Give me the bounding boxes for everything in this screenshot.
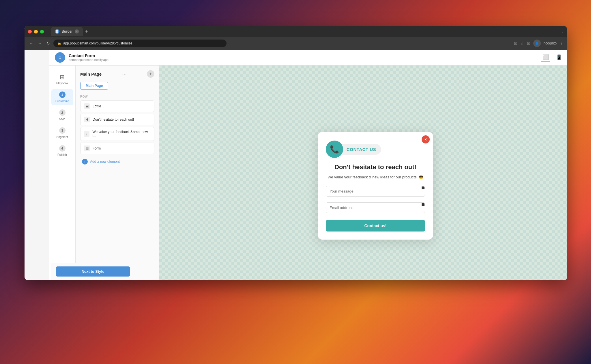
canvas-area: × 📞 CONTACT US Don't hesitate to reach o… — [159, 66, 567, 280]
add-element-label: Add a new element — [90, 160, 120, 164]
sidebar-item-segment[interactable]: 3 Segment — [51, 125, 73, 141]
form-icon: ▤ — [84, 145, 90, 151]
message-input-wrapper — [326, 186, 425, 199]
maximize-window-button[interactable] — [40, 30, 44, 33]
app-header: ○ Contact Form demopopupsmart.netlify.ap… — [49, 50, 567, 66]
message-input[interactable] — [326, 186, 425, 197]
address-bar-icons: ⊡ ☆ ⊡ 👤 Incognito ⋮ — [514, 40, 564, 47]
sidebar-label-customize: Customize — [55, 100, 69, 103]
element-label-heading: Don't hesitate to reach out! — [93, 117, 134, 122]
incognito-label: Incognito — [543, 41, 557, 45]
customize-panel: Main Page ⋯ + Main Page ROW ▣ Lottie H D… — [76, 66, 159, 280]
sidebar-label-publish: Publish — [57, 153, 67, 157]
badge-label: CONTACT US — [340, 144, 381, 155]
sidebar-item-publish[interactable]: 4 Publish — [51, 143, 73, 159]
menu-icon[interactable]: ⋮ — [560, 41, 564, 46]
badge-phone-icon: 📞 — [326, 141, 343, 158]
incognito-avatar: 👤 — [533, 40, 541, 47]
app-title-group: Contact Form demopopupsmart.netlify.app — [69, 53, 538, 61]
element-row-text[interactable]: T We value your feedback &amp; new i... — [80, 127, 154, 141]
app-subtitle: demopopupsmart.netlify.app — [69, 58, 538, 61]
text-icon: T — [84, 131, 89, 137]
add-element-button[interactable]: + Add a new element — [80, 157, 154, 166]
popup-subtext: We value your feedback & new ideas for o… — [326, 174, 425, 180]
header-right: ⬜ 📱 ⋮ — [541, 53, 567, 62]
bookmark-icon[interactable]: ☆ — [520, 41, 524, 46]
heading-icon: H — [84, 117, 90, 122]
tab-area: B Builder × + — [51, 27, 88, 36]
app-logo: ○ — [55, 52, 65, 63]
refresh-button[interactable]: ↻ — [45, 40, 51, 47]
app-title: Contact Form — [69, 53, 538, 58]
forward-button[interactable]: → — [37, 40, 43, 47]
input-corner-decoration — [422, 186, 424, 189]
profile-icon[interactable]: ⊡ — [527, 41, 530, 46]
cast-icon[interactable]: ⊡ — [514, 41, 517, 46]
sidebar-label-playbook: Playbook — [56, 82, 68, 85]
panel-add-button[interactable]: + — [147, 70, 154, 78]
panel-more-button[interactable]: ⋯ — [122, 71, 127, 77]
row-label: ROW — [80, 95, 154, 98]
left-sidebar: ⊞ Playbook 1 Customize 2 Style 3 Segment… — [49, 66, 76, 280]
address-bar: ← → ↻ 🔒 app.popupsmart.com/builder/6285/… — [25, 37, 567, 50]
browser-window: B Builder × + ⌄ ← → ↻ 🔒 app.popupsmart.c… — [25, 26, 567, 280]
lock-icon: 🔒 — [57, 42, 61, 45]
email-input-wrapper — [326, 202, 425, 216]
customize-step-number: 1 — [59, 92, 66, 98]
mobile-view-button[interactable]: 📱 — [555, 53, 563, 62]
element-label-text: We value your feedback &amp; new i... — [92, 130, 151, 138]
next-to-style-button[interactable]: Next to Style — [56, 266, 130, 277]
panel-title: Main Page — [80, 72, 102, 76]
email-input[interactable] — [326, 202, 425, 213]
sidebar-label-style: Style — [59, 117, 65, 121]
sidebar-item-style[interactable]: 2 Style — [51, 107, 73, 123]
close-window-button[interactable] — [28, 30, 32, 33]
playbook-icon: ⊞ — [60, 74, 65, 81]
tab-label: Builder — [62, 29, 72, 33]
next-button-container: Next to Style — [51, 263, 135, 280]
main-page-button[interactable]: Main Page — [80, 82, 108, 90]
contact-submit-button[interactable]: Contact us! — [326, 220, 425, 232]
contact-badge: 📞 CONTACT US — [326, 141, 425, 158]
title-bar: B Builder × + ⌄ — [25, 26, 567, 37]
incognito-badge: 👤 Incognito — [533, 40, 557, 47]
element-row-heading[interactable]: H Don't hesitate to reach out! — [80, 114, 154, 125]
popup-heading: Don't hesitate to reach out! — [326, 163, 425, 171]
back-button[interactable]: ← — [28, 40, 34, 47]
minimize-window-button[interactable] — [34, 30, 38, 33]
lottie-icon: ▣ — [84, 103, 90, 109]
element-row-lottie[interactable]: ▣ Lottie — [80, 100, 154, 112]
main-layout: ⊞ Playbook 1 Customize 2 Style 3 Segment… — [49, 66, 567, 280]
tab-favicon: B — [55, 29, 59, 34]
desktop-view-button[interactable]: ⬜ — [541, 53, 550, 62]
style-step-number: 2 — [59, 109, 66, 116]
sidebar-item-customize[interactable]: 1 Customize — [51, 89, 73, 105]
popup-card: × 📞 CONTACT US Don't hesitate to reach o… — [318, 132, 433, 239]
url-text: app.popupsmart.com/builder/6285/customiz… — [63, 41, 132, 45]
input-corner-decoration-2 — [422, 203, 424, 206]
url-box[interactable]: 🔒 app.popupsmart.com/builder/6285/custom… — [53, 40, 227, 47]
element-row-form[interactable]: ▤ Form — [80, 143, 154, 154]
tab-close-button[interactable]: × — [75, 29, 79, 33]
tab-chevron-icon[interactable]: ⌄ — [561, 29, 564, 33]
sidebar-divider — [54, 162, 71, 162]
sidebar-label-segment: Segment — [56, 135, 68, 139]
element-label-lottie: Lottie — [93, 104, 101, 108]
sidebar-item-playbook[interactable]: ⊞ Playbook — [51, 71, 73, 87]
panel-header: Main Page ⋯ + — [80, 70, 154, 78]
active-tab[interactable]: B Builder × — [51, 27, 83, 36]
segment-step-number: 3 — [59, 127, 66, 134]
publish-step-number: 4 — [59, 145, 66, 152]
add-element-plus-icon: + — [82, 159, 88, 165]
element-label-form: Form — [93, 146, 101, 150]
new-tab-button[interactable]: + — [85, 29, 88, 34]
